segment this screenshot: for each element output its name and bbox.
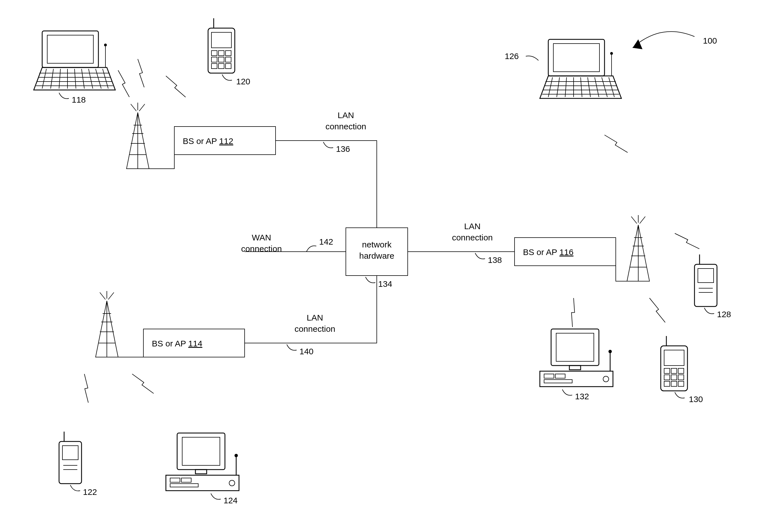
hook-icon xyxy=(323,142,333,148)
bs-ap-112-node: BS or AP 112 xyxy=(174,127,276,155)
hook-icon xyxy=(59,93,69,99)
desktop-132-ref: 132 xyxy=(575,392,589,401)
bs-ap-114-label: BS or AP xyxy=(152,339,188,348)
hook-icon xyxy=(287,344,297,350)
network-hardware-label-1: network xyxy=(362,240,392,249)
lan-140-label-2: connection xyxy=(294,324,335,333)
network-hardware-label-2: hardware xyxy=(359,251,394,260)
antenna-tower-icon xyxy=(96,291,118,357)
hook-icon xyxy=(675,392,685,398)
wireless-icon xyxy=(675,227,699,255)
hook-icon xyxy=(704,308,714,314)
bs-ap-116-ref: 116 xyxy=(560,247,574,257)
network-hardware-ref: 134 xyxy=(378,279,392,288)
svg-text:BS or AP 112: BS or AP 112 xyxy=(183,136,233,146)
wireless-icon xyxy=(132,369,154,398)
handheld-icon xyxy=(694,254,717,306)
hook-icon xyxy=(211,493,221,499)
network-hardware-node: network hardware xyxy=(346,228,408,276)
wireless-icon xyxy=(133,59,149,87)
cellphone-icon xyxy=(208,18,235,73)
antenna-tower-icon xyxy=(127,103,149,169)
phone-120-ref: 120 xyxy=(236,77,250,86)
bs-ap-112-ref: 112 xyxy=(219,136,233,146)
lan-138-label-2: connection xyxy=(452,233,493,242)
wireless-icon xyxy=(605,129,628,158)
lan-140-label-1: LAN xyxy=(307,313,323,322)
lan-136-ref: 136 xyxy=(336,144,350,154)
lan-140-ref: 140 xyxy=(299,347,314,356)
overall-ref: 100 xyxy=(703,36,717,45)
laptop-126-ref: 126 xyxy=(505,51,519,61)
overall-ref-arrow xyxy=(633,31,694,49)
bs-ap-112-label: BS or AP xyxy=(183,136,219,146)
hook-icon xyxy=(70,485,80,491)
wan-label-1: WAN xyxy=(252,233,271,242)
desktop-icon xyxy=(540,329,613,387)
hook-icon xyxy=(222,75,232,80)
handheld-icon xyxy=(59,432,82,484)
wireless-icon xyxy=(77,374,95,403)
handheld-128-ref: 128 xyxy=(717,310,731,319)
wan-ref: 142 xyxy=(319,237,333,246)
lan-136-label-1: LAN xyxy=(338,111,354,120)
desktop-124-ref: 124 xyxy=(224,496,238,505)
antenna-tower-icon xyxy=(627,215,650,281)
bs-ap-116-node: BS or AP 116 xyxy=(515,238,616,266)
wireless-icon xyxy=(650,296,665,324)
lan-138-label-1: LAN xyxy=(464,222,481,231)
phone-130-ref: 130 xyxy=(689,395,703,404)
wireless-icon xyxy=(166,72,186,101)
desktop-icon xyxy=(166,433,239,491)
svg-text:BS or AP 116: BS or AP 116 xyxy=(523,247,574,257)
cellphone-icon xyxy=(661,336,687,391)
hook-icon xyxy=(562,389,572,395)
wireless-icon xyxy=(118,70,129,97)
lan-138-ref: 138 xyxy=(488,255,502,265)
hook-icon xyxy=(366,277,375,283)
wan-label-2: connection xyxy=(241,244,282,253)
bs-ap-114-ref: 114 xyxy=(188,339,202,348)
laptop-icon xyxy=(34,31,115,90)
bs-ap-116-label: BS or AP xyxy=(523,247,560,257)
hook-icon xyxy=(475,253,485,259)
svg-text:BS or AP 114: BS or AP 114 xyxy=(152,339,202,348)
lan-136-label-2: connection xyxy=(325,122,366,131)
bs-ap-114-node: BS or AP 114 xyxy=(143,329,245,357)
wireless-icon xyxy=(562,298,584,327)
laptop-icon xyxy=(540,39,621,98)
handheld-122-ref: 122 xyxy=(83,487,97,497)
laptop-118-ref: 118 xyxy=(72,95,86,104)
hook-icon xyxy=(306,246,316,252)
